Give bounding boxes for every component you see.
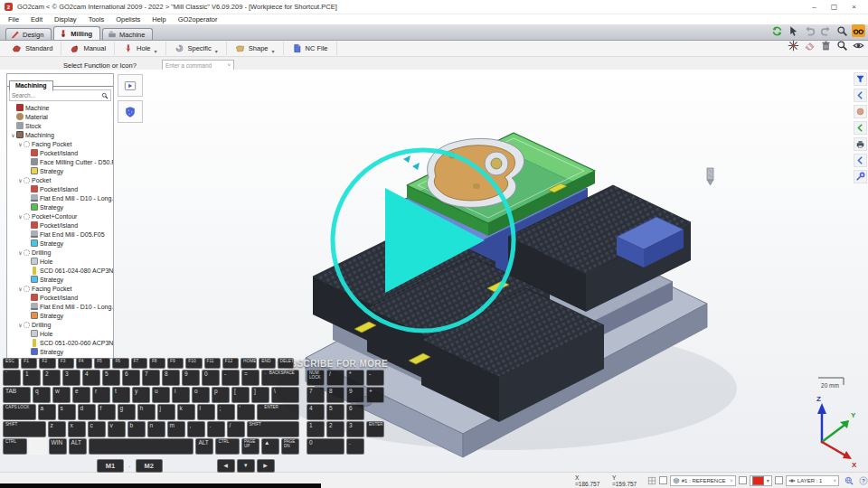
redo-icon[interactable] <box>819 24 833 37</box>
stock-icon <box>16 122 24 129</box>
right-toolbar <box>854 72 867 183</box>
help-icon[interactable] <box>859 476 868 485</box>
key-ctrl: CTRL <box>215 438 240 455</box>
magnifier-icon[interactable] <box>835 39 849 52</box>
key-alt: ALT <box>195 438 213 455</box>
chevron-blue-icon[interactable] <box>854 154 867 167</box>
collapse-icon[interactable]: ∨ <box>17 141 24 147</box>
layer-select[interactable]: LAYER : 1 ˅ <box>786 475 839 486</box>
tree-item-face-milling-cutter-d50-f09[interactable]: Face Milling Cutter - D50.F09 <box>7 157 113 166</box>
tree-item-pocket-island[interactable]: Pocket/Island <box>7 148 113 157</box>
trash-icon[interactable] <box>819 39 833 52</box>
key-blank: ] <box>251 387 269 403</box>
key-caps-lock: CAPS LOCK <box>3 404 36 420</box>
tree-item-hole[interactable]: Hole <box>7 329 113 338</box>
tree-item-stock[interactable]: Stock <box>7 121 113 130</box>
key-a: a <box>38 404 56 420</box>
key-z: z <box>48 421 66 437</box>
machining-panel-tab[interactable]: Machining <box>9 80 53 91</box>
undo-icon[interactable] <box>803 24 816 37</box>
go2-glasses-icon[interactable] <box>852 24 865 37</box>
tree-item-pocket[interactable]: ∨Pocket <box>7 175 113 184</box>
filter-icon[interactable] <box>854 72 867 86</box>
vest-button[interactable] <box>118 100 143 123</box>
scale-indicator: 20 mm <box>818 378 844 389</box>
printer-icon[interactable] <box>854 137 867 151</box>
sync-icon[interactable] <box>770 24 784 37</box>
key-f8: F8 <box>149 358 165 369</box>
tree-item-strategy[interactable]: Strategy <box>7 275 113 284</box>
mouse-buttons-row: M1·M2◀▼▶ <box>2 459 276 473</box>
tree-item-hole[interactable]: Hole <box>7 257 113 266</box>
pointer-icon[interactable] <box>787 24 800 37</box>
burst-icon[interactable] <box>787 39 800 52</box>
simulation-button[interactable] <box>118 74 143 97</box>
key-f6: F6 <box>112 358 128 369</box>
tree-item-scd-051-020-060-acp3n-f01[interactable]: SCD 051-020-060 ACP3N.F01 <box>7 338 113 347</box>
end-mill-icon <box>31 230 38 238</box>
key-f10: F10 <box>185 358 202 369</box>
key-num-lock: NUM LOCK <box>307 370 325 386</box>
zoom-icon[interactable] <box>835 24 849 37</box>
tree-item-scd-061-024-080-acp3n-f01[interactable]: SCD 061-024-080 ACP3N.F01 <box>7 266 113 275</box>
key-9: 9 <box>346 387 364 403</box>
tree-item-strategy[interactable]: Strategy <box>7 239 113 248</box>
tree-item-pocket-island[interactable]: Pocket/Island <box>7 184 113 193</box>
tree-item-strategy[interactable]: Strategy <box>7 166 113 175</box>
wrench-icon[interactable] <box>854 170 867 183</box>
color-checkbox[interactable] <box>739 476 747 484</box>
key-x: x <box>68 421 86 437</box>
key-2: 2 <box>326 421 344 437</box>
grid-icon[interactable] <box>647 476 656 485</box>
key-blank: / <box>227 421 245 437</box>
tree-item-machining[interactable]: ∨Machining <box>7 130 113 139</box>
tree-item-flat-end-mill-d10-long-f05[interactable]: Flat End Mill - D10 - Long.F05 <box>7 193 113 202</box>
color-swatch-select[interactable]: ▾ <box>750 475 772 486</box>
key-w: w <box>52 387 71 403</box>
key-6: 6 <box>122 370 140 386</box>
chevron-blue-icon[interactable] <box>854 89 867 102</box>
tree-item-material[interactable]: Material <box>7 112 113 121</box>
chevron-green-icon[interactable] <box>854 121 867 135</box>
chevron-down-icon: ˅ <box>831 478 836 483</box>
collapse-icon[interactable]: ∨ <box>10 132 16 138</box>
tree-item-pocket-island[interactable]: Pocket/Island <box>7 293 113 302</box>
tree-item-machine[interactable]: Machine <box>7 103 113 112</box>
tree-item-drilling[interactable]: ∨Drilling <box>7 248 113 257</box>
tree-item-pocket-island[interactable]: Pocket/Island <box>7 221 113 230</box>
search-input[interactable] <box>10 92 101 99</box>
eraser-icon[interactable] <box>803 39 816 52</box>
key-win: WIN <box>49 438 67 455</box>
key-n: n <box>147 421 165 437</box>
collapse-icon[interactable]: ∨ <box>17 322 24 328</box>
collapse-icon[interactable]: ∨ <box>17 213 24 220</box>
collapse-icon[interactable]: ∨ <box>17 177 24 183</box>
collapse-icon[interactable]: ∨ <box>17 249 24 256</box>
key-8: 8 <box>326 387 344 403</box>
tutorial-video-overlay[interactable]: SUBSCRIBE FOR MORE ESCF1F2F3F4F5F6F7F8F9… <box>0 358 391 488</box>
tree-item-flat-end-mill-d05-f05[interactable]: Flat End Mill - D05.F05 <box>7 230 113 239</box>
key-blank: - <box>222 370 240 386</box>
tree-item-drilling[interactable]: ∨Drilling <box>7 320 113 329</box>
tree-item-strategy[interactable]: Strategy <box>7 347 113 356</box>
layer-checkbox[interactable] <box>775 476 783 484</box>
tree-item-facing-pocket[interactable]: ∨Facing Pocket <box>7 139 113 148</box>
chevron-down-icon: ˅ <box>728 478 733 483</box>
hand-icon[interactable] <box>854 105 867 118</box>
collapse-icon[interactable]: ∨ <box>17 286 24 292</box>
tree-item-strategy[interactable]: Strategy <box>7 311 113 320</box>
face-mill-icon <box>31 158 38 165</box>
machine-icon <box>16 104 24 111</box>
reference-select[interactable]: #1 : REFERENCE ˅ <box>670 475 736 486</box>
eye-icon[interactable] <box>852 39 865 52</box>
tree-item-strategy[interactable]: Strategy <box>7 202 113 211</box>
key-b: b <box>127 421 146 437</box>
tree-item-facing-pocket[interactable]: ∨Facing Pocket <box>7 284 113 293</box>
globe-search-icon[interactable] <box>844 476 854 485</box>
tree-item-pocket-contour[interactable]: ∨Pocket+Contour <box>7 211 113 221</box>
tree-item-flat-end-mill-d10-long-f05[interactable]: Flat End Mill - D10 - Long.F05 <box>7 302 113 311</box>
key-y: y <box>132 387 150 403</box>
reference-checkbox[interactable] <box>659 476 667 484</box>
key-5: 5 <box>102 370 120 386</box>
search-icon <box>101 92 108 99</box>
